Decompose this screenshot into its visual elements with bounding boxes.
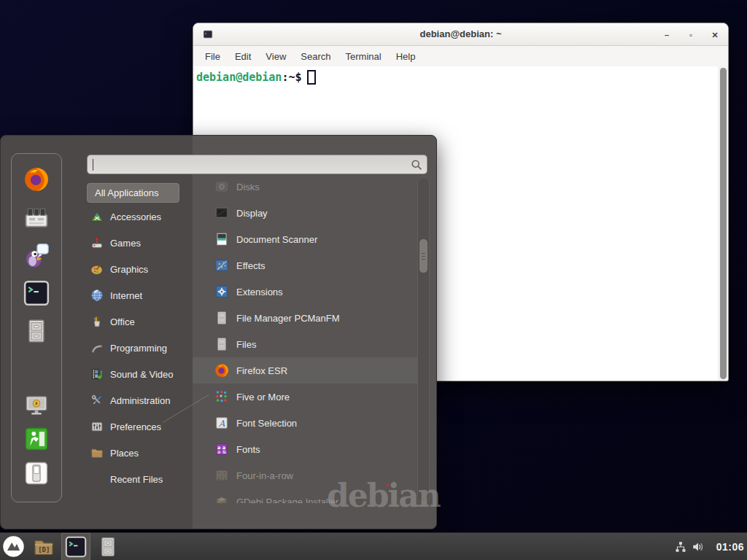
category-label: Internet [110,290,142,301]
favorite-terminal[interactable] [23,280,50,306]
terminal-scrollbar[interactable] [718,66,728,381]
category-label: Places [110,448,139,459]
app-four-in-a-row[interactable]: Four-in-a-row [193,462,417,489]
category-places[interactable]: Places [87,440,190,466]
category-internet[interactable]: Internet [87,282,190,308]
preferences-icon [90,420,104,433]
logout-button[interactable] [24,427,49,451]
menu-scrollbar-thumb[interactable] [419,239,427,273]
favorite-firefox[interactable] [23,166,50,192]
category-accessories[interactable]: Accessories [87,203,190,230]
app-label: GDebi Package Installer [236,497,338,504]
close-button[interactable]: ✕ [711,31,719,39]
disks-icon [214,179,229,194]
taskbar-clock[interactable]: 01:06 [716,533,744,560]
minimize-button[interactable]: – [662,31,671,39]
terminal-window-title: debian@debian: ~ [193,28,728,39]
category-list: All ApplicationsAccessoriesGamesGraphics… [87,183,190,492]
app-label: Fonts [236,444,260,455]
terminal-prompt: debian@debian:~$ [196,70,316,85]
games-icon [90,236,104,249]
svg-text:a &: a & [217,449,227,455]
app-file-manager-pcmanfm[interactable]: File Manager PCManFM [193,305,417,331]
app-label: Disks [236,182,260,192]
app-label: Five or More [236,392,290,402]
menu-item-edit[interactable]: Edit [228,48,258,65]
category-label: Recent Files [110,474,163,485]
network-icon[interactable] [674,540,687,553]
app-label: Effects [236,260,266,271]
category-label: Sound & Video [110,369,174,380]
category-administration[interactable]: Administration [87,387,190,413]
desktop[interactable]: { "desktop": { "watermark": "debian" }, … [0,0,747,560]
menu-item-file[interactable]: File [198,48,228,65]
taskbar-launcher-folder-debian[interactable]: [D] [29,533,58,560]
file-cabinet-icon [214,337,229,351]
category-recent-files[interactable]: Recent Files [87,466,190,492]
app-effects[interactable]: Effects [193,252,417,279]
app-firefox-esr[interactable]: Firefox ESR [193,357,417,384]
menu-item-terminal[interactable]: Terminal [338,48,389,65]
file-cabinet-icon [214,311,229,325]
effects-icon [214,258,229,273]
maximize-button[interactable]: ▫ [686,31,695,39]
app-five-or-more[interactable]: Five or More [193,384,417,410]
terminal-titlebar[interactable]: debian@debian: ~ – ▫ ✕ [193,23,728,46]
category-preferences[interactable]: Preferences [87,413,190,440]
favorite-settings-mixer[interactable] [23,204,50,230]
places-icon [90,446,104,459]
app-fonts[interactable]: a aa &Fonts [193,436,417,462]
start-menu-button[interactable] [2,535,25,558]
prompt-user-host: debian@debian [196,71,282,84]
search-input[interactable] [87,155,427,174]
favorites-column [11,153,62,502]
menu-item-view[interactable]: View [258,48,293,65]
category-all-applications[interactable]: All Applications [87,183,179,203]
menu-scrollbar[interactable] [417,177,430,502]
category-games[interactable]: Games [87,230,190,256]
favorite-pidgin[interactable] [23,242,50,268]
blank-icon [90,472,104,486]
firefox-icon [214,363,229,378]
font-selection-icon: A [214,416,229,430]
menu-item-search[interactable]: Search [293,48,338,65]
five-or-more-icon [214,389,229,404]
app-font-selection[interactable]: AFont Selection [193,410,417,436]
app-files[interactable]: Files [193,331,417,357]
terminal-scrollbar-thumb[interactable] [720,68,727,379]
category-label: All Applications [95,187,158,198]
application-menu: All ApplicationsAccessoriesGamesGraphics… [0,135,437,529]
taskbar-launcher-file-manager[interactable] [93,533,123,560]
category-label: Preferences [110,421,161,432]
category-label: Accessories [110,211,161,222]
app-document-scanner[interactable]: Document Scanner [193,226,417,252]
prompt-tail: :~$ [282,71,301,84]
display-icon [214,206,229,220]
category-programming[interactable]: Programming [87,335,190,361]
app-disks[interactable]: Disks [193,174,417,200]
app-label: Files [236,339,256,350]
category-graphics[interactable]: Graphics [87,256,190,282]
lock-screen-button[interactable] [24,392,49,417]
svg-text:[D]: [D] [38,546,50,553]
app-display[interactable]: Display [193,200,417,226]
shutdown-button[interactable] [24,461,49,486]
administration-icon [90,394,104,407]
terminal-cursor [307,70,316,85]
volume-icon[interactable] [692,540,705,553]
category-sound-video[interactable]: Sound & Video [87,361,190,387]
terminal-menubar: FileEditViewSearchTerminalHelp [193,46,728,66]
app-extensions[interactable]: Extensions [193,279,417,305]
app-label: File Manager PCManFM [236,313,340,324]
app-label: Font Selection [236,418,297,429]
taskbar-launcher-terminal[interactable] [61,533,90,560]
search-icon [410,158,423,171]
app-gdebi-package-installer[interactable]: GDebi Package Installer [193,489,417,503]
category-office[interactable]: Office [87,308,190,335]
document-scanner-icon [214,232,229,246]
menu-item-help[interactable]: Help [389,48,423,65]
app-label: Firefox ESR [236,365,287,376]
app-label: Document Scanner [236,234,317,245]
text-caret [93,159,93,171]
favorite-file-manager[interactable] [23,318,50,344]
